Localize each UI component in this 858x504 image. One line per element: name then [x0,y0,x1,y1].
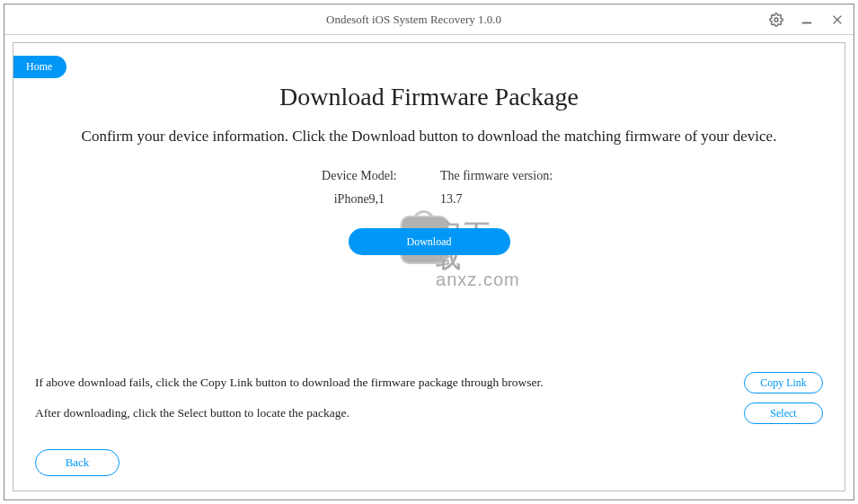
watermark-text-url: anxz.com [436,270,520,290]
titlebar: Ondesoft iOS System Recovery 1.0.0 [4,4,854,35]
copy-link-button[interactable]: Copy Link [744,372,823,393]
download-button[interactable]: Download [349,228,510,255]
close-icon[interactable] [830,13,845,27]
window-title: Ondesoft iOS System Recovery 1.0.0 [58,13,769,27]
page-title: Download Firmware Package [13,83,845,111]
firmware-version-value: 13.7 [440,192,553,207]
minimize-icon[interactable] [800,13,814,27]
back-button[interactable]: Back [35,449,119,476]
svg-point-0 [774,18,778,22]
instruction-line-1: If above download fails, click the Copy … [35,376,544,390]
instructions: If above download fails, click the Copy … [35,376,823,437]
gear-icon[interactable] [769,13,783,27]
home-button[interactable]: Home [13,56,66,78]
firmware-version-label: The firmware version: [440,169,553,183]
select-button[interactable]: Select [744,402,823,424]
device-model-value: iPhone9,1 [305,192,413,207]
content-area: Home Download Firmware Package Confirm y… [13,42,845,491]
window-frame: Ondesoft iOS System Recovery 1.0.0 Home … [4,4,854,500]
device-info: Device Model: iPhone9,1 The firmware ver… [13,169,845,207]
instruction-line-2: After downloading, click the Select butt… [35,406,544,420]
device-model-label: Device Model: [305,169,413,183]
page-subtitle: Confirm your device information. Click t… [13,128,845,146]
